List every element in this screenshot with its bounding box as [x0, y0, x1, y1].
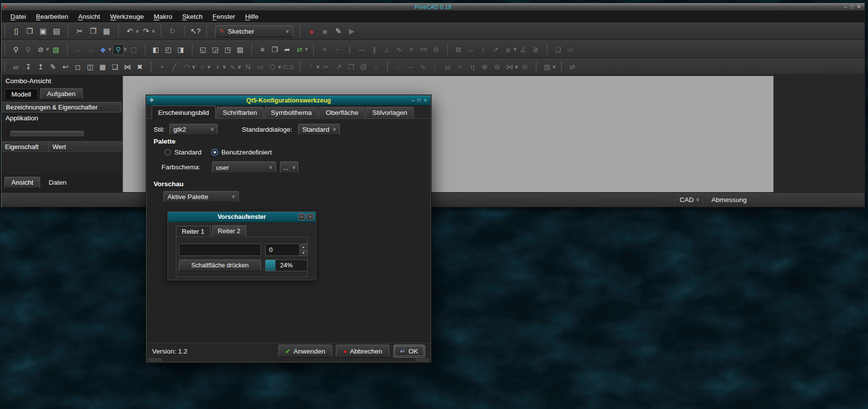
bspline-degree-icon[interactable]: ∴ [393, 61, 404, 72]
menu-werkzeuge[interactable]: Werkzeuge [105, 12, 149, 21]
bspline-curvature-comb-icon[interactable]: ∿ [418, 61, 429, 72]
chevron-down-icon[interactable]: ˅ [286, 29, 289, 34]
create-slot-icon[interactable]: ⊂⊃ [282, 61, 294, 72]
bspline-insert-knot-icon[interactable]: ⋈ [504, 61, 515, 72]
chevron-down-icon[interactable]: ˅ [278, 64, 281, 70]
chevron-down-icon[interactable]: ˅ [269, 165, 272, 170]
preview-minimize-button[interactable]: – [298, 213, 305, 220]
bspline-control-polygon-icon[interactable]: ⌢ [405, 61, 416, 72]
bspline-decrease-degree-icon[interactable]: ⊖ [492, 61, 503, 72]
chevron-down-icon[interactable]: ˅ [317, 64, 320, 70]
view-bottom-icon[interactable]: ◲ [210, 44, 221, 55]
view-top-icon[interactable]: ◰ [163, 44, 174, 55]
chevron-down-icon[interactable]: ˅ [192, 64, 195, 70]
merge-sketches-icon[interactable]: ❏ [109, 61, 120, 72]
preview-window-titlebar[interactable]: Vorschaufenster –▫ [168, 212, 316, 222]
toolbar-grip[interactable] [561, 62, 563, 72]
constraint-distance-icon[interactable]: ↗ [490, 44, 501, 55]
view-axonometric-icon[interactable]: ▢ [128, 44, 139, 55]
nav-back-icon[interactable]: ← [73, 44, 84, 55]
chevron-down-icon[interactable]: ˅ [232, 194, 235, 200]
property-column[interactable]: Eigenschaft [1, 142, 49, 152]
create-group-icon[interactable]: ❒ [270, 44, 280, 55]
carbon-copy-icon[interactable]: @ [358, 61, 369, 72]
color-scheme-combobox[interactable]: user ˅ [212, 161, 276, 173]
create-sketch-icon[interactable]: ▱ [10, 61, 21, 72]
chevron-down-icon[interactable]: ˅ [333, 127, 336, 132]
create-circle-icon[interactable]: ○ [197, 61, 208, 72]
chevron-down-icon[interactable]: ˅ [108, 47, 111, 52]
tab-ansicht[interactable]: Ansicht [4, 177, 40, 188]
create-bspline-icon[interactable]: ∿ [227, 61, 238, 72]
chevron-down-icon[interactable]: ˅ [152, 29, 155, 34]
close-button[interactable]: ✕ [857, 4, 861, 9]
new-document-icon[interactable]: ▯ [10, 25, 22, 37]
apply-button[interactable]: ✔Anwenden [278, 345, 332, 358]
dialog-close-button[interactable]: ✕ [424, 98, 428, 103]
macro-stop-icon[interactable]: ■ [319, 25, 331, 37]
edit-sketch-icon[interactable]: ✎ [48, 61, 58, 72]
preview-push-button[interactable]: Schaltfläche drücken [179, 259, 261, 271]
preview-mode-combobox[interactable]: Aktive Palette ˅ [163, 191, 239, 203]
constraint-tangent-icon[interactable]: ∿ [393, 44, 404, 55]
constraint-point-on-object-icon[interactable]: ⌢ [331, 44, 342, 55]
leave-sketch-icon[interactable]: ↩ [60, 61, 71, 72]
paste-icon[interactable]: ▦ [101, 25, 112, 37]
view-front-icon[interactable]: ◧ [151, 44, 162, 55]
create-rectangle-icon[interactable]: ▭ [255, 61, 266, 72]
constraint-block-icon[interactable]: ⊘ [431, 44, 441, 55]
open-document-icon[interactable]: ❒ [24, 25, 36, 37]
trim-edge-icon[interactable]: ✂ [321, 61, 332, 72]
toggle-active-constraint-icon[interactable]: ▭ [565, 44, 576, 55]
toolbar-grip[interactable] [387, 62, 389, 72]
freecad-titlebar[interactable]: F FreeCAD 0.19 –□✕ [1, 3, 865, 11]
tab-modell[interactable]: Modell [4, 89, 38, 100]
toggle-virtual-space-icon[interactable]: ▨ [542, 61, 552, 72]
toolbar-grip[interactable] [4, 44, 7, 55]
value-column[interactable]: Wert [49, 142, 122, 152]
view-home-icon[interactable]: ◆ [98, 44, 108, 55]
macro-edit-icon[interactable]: ✎ [332, 25, 344, 37]
tree-column-header[interactable]: Bezeichnungen & Eigenschafter [2, 102, 121, 112]
chevron-down-icon[interactable]: ˅ [696, 197, 699, 203]
preview-spinbox[interactable]: 0 ▴ ▾ [265, 244, 308, 256]
resize-grip-left[interactable] [149, 358, 162, 361]
fit-all-icon[interactable]: ⚲ [10, 44, 21, 55]
ok-button[interactable]: ↵OK [393, 345, 425, 358]
toolbar-grip[interactable] [145, 44, 147, 55]
toolbar-grip[interactable] [447, 44, 449, 55]
resize-grip-right[interactable] [416, 358, 429, 361]
rendering-order-icon[interactable]: ılı [519, 61, 530, 72]
cut-icon[interactable]: ✂ [74, 25, 86, 37]
link-actions-icon[interactable]: ⇄ [294, 44, 305, 55]
property-table-body[interactable] [1, 152, 122, 175]
map-sketch-to-face-icon[interactable]: ▦ [97, 61, 108, 72]
toolbar-grip[interactable] [151, 62, 153, 72]
chevron-down-icon[interactable]: ˅ [46, 47, 49, 52]
chevron-down-icon[interactable]: ˅ [292, 165, 295, 170]
bspline-approximate-icon[interactable]: ≈ [455, 61, 466, 72]
create-polygon-icon[interactable]: ⬡ [267, 61, 278, 72]
toolbar-grip[interactable] [192, 44, 194, 55]
workbench-selector[interactable]: ✎ Sketcher ˅ [215, 25, 293, 38]
chevron-down-icon[interactable]: ˅ [223, 64, 226, 70]
chevron-down-icon[interactable]: ˅ [238, 64, 241, 70]
whats-this-icon[interactable]: ↖? [190, 25, 202, 37]
view-right-icon[interactable]: ◨ [175, 44, 186, 55]
preview-maximize-button[interactable]: ▫ [307, 213, 314, 220]
chevron-down-icon[interactable]: ˅ [552, 64, 555, 70]
constraint-distance-y-icon[interactable]: ↕ [478, 44, 488, 55]
menu-ansicht[interactable]: Ansicht [73, 12, 105, 21]
box-selection-icon[interactable]: ▧ [51, 44, 61, 55]
toolbar-grip[interactable] [536, 62, 538, 72]
print-icon[interactable]: ▤ [51, 25, 62, 37]
constraint-snell-icon[interactable]: ≷ [530, 44, 541, 55]
style-combobox[interactable]: gtk2 ˅ [169, 124, 217, 135]
toolbar-grip[interactable] [300, 26, 302, 36]
constraint-coincident-icon[interactable]: × [319, 44, 330, 55]
constraint-symmetric-icon[interactable]: >< [418, 44, 429, 55]
toolbar-grip[interactable] [4, 62, 7, 72]
chevron-down-icon[interactable]: ˅ [513, 47, 516, 52]
chevron-down-icon[interactable]: ˅ [211, 127, 214, 132]
chevron-down-icon[interactable]: ˅ [136, 29, 139, 34]
